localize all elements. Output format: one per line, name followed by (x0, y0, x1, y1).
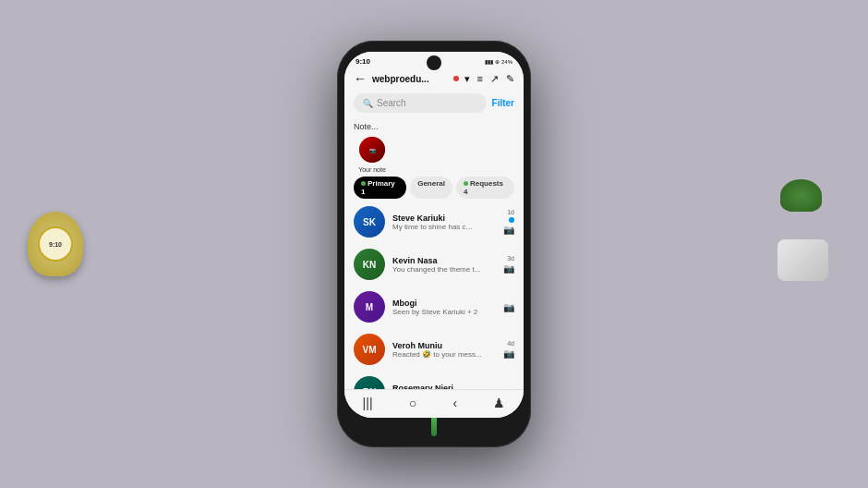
msg-name-kevin: Kevin Nasa (392, 256, 496, 265)
chart-icon[interactable]: ↗ (490, 73, 499, 85)
avatar-rosemary: RN (354, 376, 385, 389)
avatar-mbogi: M (354, 291, 385, 323)
msg-meta-kevin: 3d 📷 (503, 255, 514, 274)
filter-button[interactable]: Filter (492, 98, 514, 108)
requests-tab-dot (464, 181, 468, 186)
clock-decoration: 9:10 (28, 212, 83, 276)
message-item-steve[interactable]: SK Steve Kariuki My time to shine has c.… (344, 201, 524, 243)
signal-icon: ▮▮▮ (485, 58, 493, 65)
msg-time-kevin: 3d (507, 255, 514, 262)
phone-screen: 9:10 ▮▮▮ ⊕ 24% ← webproedu... ▾ ≡ ↗ ✎ 🔍 … (344, 52, 524, 418)
tab-primary[interactable]: Primary 1 (354, 177, 406, 199)
clock-face: 9:10 (38, 226, 73, 262)
msg-content-steve: Steve Kariuki My time to shine has c... (392, 214, 496, 231)
msg-preview-mbogi: Seen by Steve Kariuki + 2 (392, 308, 496, 316)
phone-notch (427, 55, 441, 70)
message-item-mbogi[interactable]: M Mbogi Seen by Steve Kariuki + 2 📷 (344, 286, 524, 328)
plant-pot (778, 239, 828, 281)
tabs-row: Primary 1 General Requests 4 (344, 177, 524, 199)
message-item-veroh[interactable]: VM Veroh Muniu Reacted 🤣 to your mess...… (344, 328, 524, 371)
search-icon: 🔍 (363, 99, 373, 108)
nav-icons: ▾ ≡ ↗ ✎ (464, 73, 514, 85)
note-avatar-wrap[interactable]: 📷 Your note (354, 135, 391, 173)
msg-name-mbogi: Mbogi (392, 299, 496, 308)
avatar-kevin: KN (354, 249, 385, 280)
avatar-steve: SK (354, 206, 385, 238)
nav-notification-dot (453, 76, 459, 81)
nav-accessibility[interactable]: ♟ (493, 396, 505, 410)
wifi-icon: ⊕ (495, 58, 500, 65)
message-item-kevin[interactable]: KN Kevin Nasa You changed the theme t...… (344, 243, 524, 286)
msg-time-steve: 1d (507, 209, 514, 215)
nav-back[interactable]: ‹ (452, 396, 457, 410)
msg-preview-steve: My time to shine has c... (392, 223, 496, 231)
message-list: SK Steve Kariuki My time to shine has c.… (344, 201, 524, 389)
msg-content-kevin: Kevin Nasa You changed the theme t... (392, 256, 496, 274)
msg-unread-steve (509, 217, 514, 223)
note-label: Note... (354, 122, 514, 131)
msg-preview-veroh: Reacted 🤣 to your mess... (392, 350, 496, 359)
dropdown-icon[interactable]: ▾ (464, 73, 470, 85)
avatar-veroh: VM (354, 334, 385, 365)
nav-header: ← webproedu... ▾ ≡ ↗ ✎ (344, 67, 524, 90)
note-section: Note... 📷 Your note (344, 116, 524, 177)
primary-tab-dot (361, 181, 366, 186)
msg-name-steve: Steve Kariuki (392, 214, 496, 223)
msg-name-veroh: Veroh Muniu (392, 341, 496, 350)
search-input-wrap[interactable]: 🔍 Search (354, 93, 487, 113)
tab-general[interactable]: General (410, 177, 452, 199)
msg-camera-mbogi: 📷 (503, 302, 514, 312)
status-time: 9:10 (356, 57, 370, 66)
phone-cable (431, 418, 437, 436)
message-item-rosemary[interactable]: RN Rosemary Njeri 😄wewe mzee · 5w 📷 (344, 371, 524, 389)
plant-leaves (780, 179, 822, 212)
edit-icon[interactable]: ✎ (506, 73, 514, 85)
status-icons: ▮▮▮ ⊕ 24% (485, 58, 512, 65)
msg-meta-mbogi: 📷 (503, 302, 514, 312)
nav-home[interactable]: ○ (409, 396, 416, 410)
msg-camera-steve: 📷 (503, 225, 514, 235)
nav-title: webproedu... (372, 74, 452, 84)
battery-icon: 24% (501, 59, 512, 65)
msg-camera-kevin: 📷 (503, 263, 514, 274)
msg-meta-veroh: 4d 📷 (503, 340, 514, 359)
msg-time-veroh: 4d (507, 340, 514, 347)
note-avatar: 📷 (357, 135, 387, 165)
note-sub-label: Your note (358, 166, 386, 173)
background-left-decor: 9:10 (28, 212, 83, 276)
search-bar: 🔍 Search Filter (354, 93, 514, 113)
msg-content-mbogi: Mbogi Seen by Steve Kariuki + 2 (392, 299, 496, 316)
nav-recent-apps[interactable]: ||| (363, 396, 373, 410)
msg-preview-kevin: You changed the theme t... (392, 265, 496, 274)
background-right-decor (776, 207, 831, 281)
plant-decoration (776, 207, 831, 281)
tab-requests[interactable]: Requests 4 (456, 177, 514, 199)
msg-camera-veroh: 📷 (503, 348, 514, 359)
phone-frame: 9:10 ▮▮▮ ⊕ 24% ← webproedu... ▾ ≡ ↗ ✎ 🔍 … (337, 41, 531, 447)
phone-bottom-nav: ||| ○ ‹ ♟ (344, 389, 524, 418)
msg-meta-steve: 1d 📷 (503, 209, 514, 235)
msg-content-veroh: Veroh Muniu Reacted 🤣 to your mess... (392, 341, 496, 359)
search-placeholder: Search (377, 98, 406, 108)
back-button[interactable]: ← (354, 71, 367, 86)
menu-list-icon[interactable]: ≡ (477, 73, 483, 84)
